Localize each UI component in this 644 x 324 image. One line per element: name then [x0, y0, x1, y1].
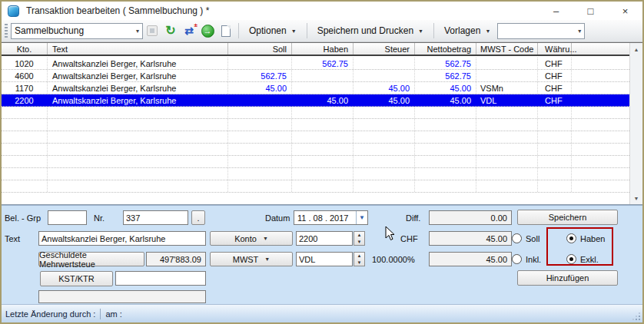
- cell-steuer: [354, 131, 415, 143]
- close-button[interactable]: ×: [608, 2, 642, 20]
- template-select[interactable]: ▾: [497, 23, 585, 39]
- spinner-up-icon[interactable]: ▲: [354, 253, 364, 260]
- datum-field[interactable]: 11 . 08 . 2017 ▼: [294, 210, 368, 225]
- toolbar-separator: [307, 23, 307, 38]
- cell-filler: [572, 94, 629, 106]
- minimize-button[interactable]: –: [539, 2, 573, 20]
- datum-value: 11 . 08 . 2017: [294, 213, 356, 223]
- soll-radio-label[interactable]: Soll: [526, 234, 539, 243]
- cell-kto: [2, 144, 48, 155]
- cell-nettobetrag: 562.75: [415, 58, 476, 69]
- inkl-radio-label[interactable]: Inkl.: [526, 255, 541, 264]
- table-row[interactable]: [2, 168, 629, 180]
- speichern-und-drucken-menu-button[interactable]: Speichern und Drucken ▼: [310, 23, 430, 38]
- titlebar: Transaktion bearbeiten ( Sammelbuchung )…: [2, 2, 642, 20]
- go-button[interactable]: →: [199, 22, 216, 39]
- mwst-dropdown-button[interactable]: MWST ▼: [210, 252, 293, 266]
- table-row[interactable]: [2, 119, 629, 131]
- cell-filler: [572, 168, 629, 180]
- konto-input[interactable]: [296, 231, 353, 246]
- cell-filler: [572, 58, 629, 69]
- cell-filler: [572, 82, 629, 94]
- table-row[interactable]: [2, 156, 629, 168]
- vorlagen-menu-button[interactable]: Vorlagen ▼: [437, 23, 497, 38]
- cell-waehrung: [538, 107, 572, 118]
- soll-radio[interactable]: [512, 233, 522, 243]
- column-header-soll[interactable]: Soll: [228, 43, 292, 55]
- cell-mwst-code: VSMn: [476, 82, 538, 94]
- statusbar: Letzte Änderung durch : am :: [2, 304, 642, 322]
- column-header-haben[interactable]: Haben: [292, 43, 354, 55]
- dropdown-arrow-icon: ▼: [291, 28, 297, 34]
- resize-columns-icon: ⇄: [184, 25, 194, 36]
- cell-steuer: [354, 58, 415, 69]
- table-row[interactable]: [2, 180, 629, 193]
- app-icon: [8, 5, 19, 17]
- cell-soll: 45.00: [228, 82, 292, 94]
- cell-kto: [2, 156, 48, 167]
- table-row[interactable]: [2, 107, 629, 119]
- nr-lookup-button[interactable]: .: [191, 210, 205, 225]
- scroll-up-icon[interactable]: ▲: [630, 43, 643, 55]
- scroll-down-icon[interactable]: ▼: [630, 192, 643, 204]
- maximize-button[interactable]: □: [573, 2, 608, 20]
- konto-spinner[interactable]: ▲ ▼: [354, 231, 365, 246]
- cell-steuer: [354, 70, 415, 81]
- cell-filler: [572, 70, 629, 81]
- cell-steuer: [354, 119, 415, 131]
- toolbar: Sammelbuchung ▾ ↻ ⇄ ± → Optionen ▼ Speic…: [2, 20, 642, 42]
- booking-type-select[interactable]: Sammelbuchung ▾: [11, 23, 143, 39]
- refresh-button[interactable]: ↻: [162, 22, 179, 39]
- resize-columns-button[interactable]: ⇄ ±: [181, 22, 198, 39]
- cell-haben: 45.00: [292, 94, 354, 106]
- bel-grp-input[interactable]: [48, 210, 87, 225]
- inkl-radio[interactable]: [512, 254, 522, 264]
- kst-ktr-input[interactable]: [115, 271, 206, 286]
- new-document-button[interactable]: [217, 22, 234, 39]
- dropdown-arrow-icon: ▼: [263, 236, 268, 241]
- column-header-kto[interactable]: Kto.: [2, 43, 48, 55]
- vertical-scrollbar[interactable]: ▲ ▼: [629, 43, 642, 204]
- hinzufuegen-button[interactable]: Hinzufügen: [517, 270, 618, 286]
- edit-form: Bel. - Grp Nr. . Datum 11 . 08 . 2017 ▼ …: [2, 205, 642, 306]
- spinner-up-icon[interactable]: ▲: [354, 232, 364, 239]
- column-header-text[interactable]: Text: [48, 43, 228, 55]
- dropdown-arrow-icon: ▼: [418, 28, 423, 34]
- spinner-down-icon[interactable]: ▼: [354, 239, 364, 246]
- table-row[interactable]: 2200Anwaltskanzlei Berger, Karlsruhe45.0…: [2, 94, 629, 107]
- resize-grip[interactable]: [632, 312, 640, 320]
- cell-filler: [572, 156, 629, 167]
- spinner-down-icon[interactable]: ▼: [354, 260, 364, 266]
- column-header-mwst-code[interactable]: MWST - Code: [476, 43, 538, 55]
- kst-ktr-button[interactable]: KST/KTR: [40, 271, 113, 286]
- go-arrow-icon: →: [201, 25, 214, 38]
- cell-soll: [228, 94, 292, 106]
- table-header: Kto. Text Soll Haben Steuer Nettobetrag …: [2, 43, 642, 56]
- optionen-menu-button[interactable]: Optionen ▼: [242, 23, 304, 38]
- last-change-date-label: am :: [105, 309, 121, 319]
- cell-filler: [572, 180, 629, 192]
- table-row[interactable]: 1020Anwaltskanzlei Berger, Karlsruhe562.…: [2, 58, 629, 70]
- table-row[interactable]: [2, 144, 629, 156]
- cell-haben: [292, 180, 354, 192]
- column-header-waehrung[interactable]: Währu...: [538, 43, 572, 55]
- table-row[interactable]: [2, 131, 629, 144]
- window-title: Transaktion bearbeiten ( Sammelbuchung )…: [26, 5, 209, 16]
- text-input[interactable]: [38, 231, 206, 246]
- table-row[interactable]: 4600Anwaltskanzlei Berger, Karlsruhe562.…: [2, 70, 629, 82]
- speichern-button[interactable]: Speichern: [517, 210, 618, 225]
- cell-soll: [228, 119, 292, 131]
- column-header-nettobetrag[interactable]: Nettobetrag: [415, 43, 476, 55]
- mwst-spinner[interactable]: ▲ ▼: [354, 252, 365, 266]
- table-row[interactable]: 1170Anwaltskanzlei Berger, Karlsruhe45.0…: [2, 82, 629, 94]
- nr-input[interactable]: [123, 210, 188, 225]
- toolbar-grip[interactable]: [5, 24, 8, 38]
- cell-waehrung: [538, 180, 572, 192]
- datum-dropdown-icon[interactable]: ▼: [356, 211, 367, 224]
- cell-steuer: 45.00: [354, 82, 415, 94]
- konto-dropdown-button[interactable]: Konto ▼: [210, 231, 293, 246]
- mwst-code-input[interactable]: [296, 252, 353, 266]
- cell-haben: [292, 168, 354, 180]
- cell-nettobetrag: [415, 168, 476, 180]
- column-header-steuer[interactable]: Steuer: [354, 43, 415, 55]
